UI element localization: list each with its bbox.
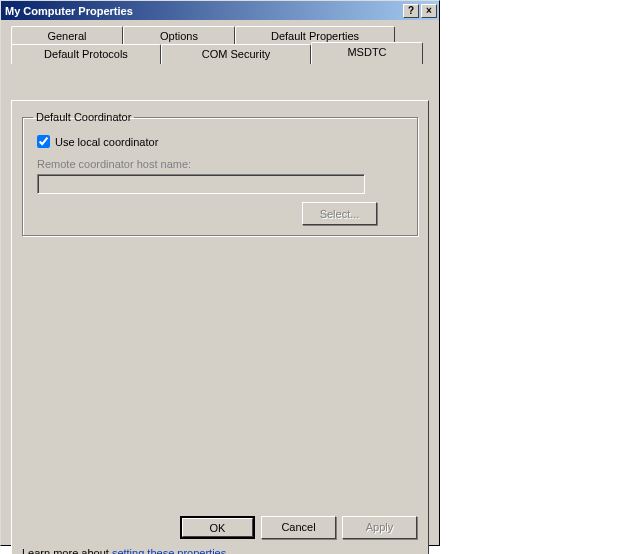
- help-button[interactable]: ?: [403, 4, 419, 18]
- close-button[interactable]: ×: [421, 4, 437, 18]
- learn-more-link[interactable]: setting these properties: [112, 547, 226, 554]
- use-local-coordinator-checkbox[interactable]: [37, 135, 50, 148]
- use-local-coordinator-row: Use local coordinator: [37, 135, 407, 148]
- tab-default-protocols[interactable]: Default Protocols: [11, 44, 161, 64]
- group-default-coordinator: Default Coordinator Use local coordinato…: [22, 111, 418, 236]
- cancel-button[interactable]: Cancel: [261, 516, 336, 539]
- ok-button[interactable]: OK: [180, 516, 255, 539]
- window-title: My Computer Properties: [5, 5, 401, 17]
- question-icon: ?: [408, 6, 414, 16]
- tab-page-msdtc: Default Coordinator Use local coordinato…: [11, 100, 429, 554]
- client-area: General Options Default Properties Defau…: [1, 20, 439, 542]
- tab-com-security[interactable]: COM Security: [161, 44, 311, 64]
- learn-more-prefix: Learn more about: [22, 547, 112, 554]
- learn-more-suffix: .: [226, 547, 229, 554]
- title-bar: My Computer Properties ? ×: [1, 1, 439, 20]
- use-local-coordinator-label: Use local coordinator: [55, 136, 158, 148]
- apply-button: Apply: [342, 516, 417, 539]
- select-row: Select...: [33, 202, 407, 225]
- dialog-window: My Computer Properties ? × General Optio…: [0, 0, 440, 546]
- tab-general[interactable]: General: [11, 26, 123, 46]
- remote-host-input: [37, 174, 365, 194]
- remote-host-label: Remote coordinator host name:: [37, 158, 407, 170]
- group-legend: Default Coordinator: [33, 111, 134, 123]
- select-button: Select...: [302, 202, 377, 225]
- tab-row-2: Default Protocols COM Security MSDTC: [11, 44, 423, 64]
- tab-strip: General Options Default Properties Defau…: [7, 26, 433, 64]
- learn-more: Learn more about setting these propertie…: [22, 547, 229, 554]
- tab-msdtc[interactable]: MSDTC: [311, 42, 423, 64]
- dialog-footer: OK Cancel Apply: [1, 512, 439, 542]
- tab-options[interactable]: Options: [123, 26, 235, 46]
- close-icon: ×: [426, 6, 432, 16]
